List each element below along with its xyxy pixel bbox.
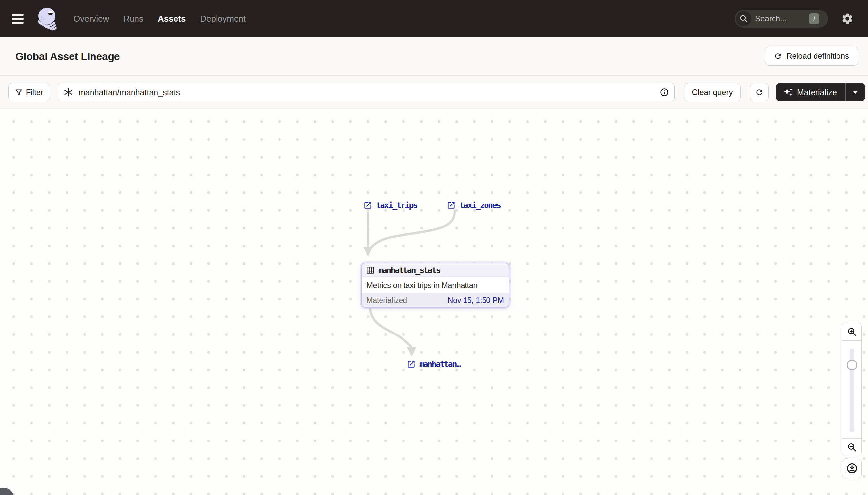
zoom-slider[interactable]: [843, 341, 862, 438]
materialize-label: Materialize: [797, 88, 837, 97]
asset-card-manhattan-stats[interactable]: manhattan_stats Metrics on taxi trips in…: [361, 262, 510, 308]
dagster-logo[interactable]: [36, 6, 59, 31]
asset-card-description: Metrics on taxi trips in Manhattan: [361, 277, 509, 293]
primary-nav: Overview Runs Assets Deployment: [73, 14, 246, 24]
filter-button[interactable]: Filter: [8, 83, 50, 101]
zoom-slider-handle[interactable]: [847, 360, 857, 370]
top-navbar: Overview Runs Assets Deployment /: [0, 0, 868, 37]
nav-item-runs[interactable]: Runs: [123, 14, 143, 24]
nav-item-assets[interactable]: Assets: [158, 14, 186, 24]
zoom-out-icon: [847, 443, 857, 452]
page-header: Global Asset Lineage Reload definitions: [0, 37, 868, 76]
search-shortcut-badge: /: [809, 14, 819, 24]
hamburger-menu-button[interactable]: [12, 12, 28, 25]
download-center-icon: [846, 462, 858, 474]
external-link-icon: [364, 201, 372, 210]
global-search[interactable]: /: [735, 10, 828, 28]
asset-node-taxi-zones[interactable]: taxi_zones: [447, 201, 501, 210]
sparkles-icon: [783, 87, 793, 97]
external-link-icon: [447, 201, 456, 210]
clear-query-label: Clear query: [692, 88, 732, 97]
table-icon: [366, 266, 375, 274]
materialized-status-label: Materialized: [367, 296, 407, 305]
materialize-split-button: Materialize: [776, 83, 865, 101]
zoom-controls-panel: [842, 323, 862, 456]
asset-node-label: taxi_trips: [376, 201, 417, 210]
reload-definitions-label: Reload definitions: [786, 52, 849, 61]
asset-graph-icon: [64, 88, 73, 97]
asset-card-title: manhattan_stats: [378, 266, 440, 275]
clear-query-button[interactable]: Clear query: [684, 83, 741, 101]
reload-definitions-button[interactable]: Reload definitions: [765, 47, 858, 66]
search-icon: [736, 11, 751, 26]
refresh-graph-button[interactable]: [750, 83, 768, 101]
filter-label: Filter: [26, 88, 43, 97]
center-view-button[interactable]: [842, 459, 862, 478]
nav-item-overview[interactable]: Overview: [73, 14, 109, 24]
materialized-timestamp-link[interactable]: Nov 15, 1:50 PM: [448, 296, 504, 305]
asset-node-label: taxi_zones: [459, 201, 501, 210]
asset-node-label: manhattan…: [419, 359, 461, 369]
refresh-icon: [755, 88, 764, 97]
settings-gear-icon[interactable]: [841, 13, 854, 25]
zoom-in-button[interactable]: [843, 323, 862, 341]
materialize-button[interactable]: Materialize: [776, 83, 845, 101]
search-input[interactable]: [755, 14, 804, 23]
asset-card-header: manhattan_stats: [361, 263, 509, 277]
asset-query-wrapper: [58, 83, 675, 101]
zoom-in-icon: [847, 327, 857, 337]
asset-selection-input[interactable]: [58, 83, 675, 101]
caret-down-icon: [852, 90, 858, 94]
query-info-icon[interactable]: [660, 88, 669, 97]
materialize-dropdown-button[interactable]: [845, 83, 865, 101]
page-title: Global Asset Lineage: [15, 51, 120, 63]
lineage-canvas[interactable]: taxi_trips taxi_zones manhattan_stats Me…: [0, 109, 868, 495]
lineage-toolbar: Filter Clear query: [0, 76, 868, 109]
asset-node-taxi-trips[interactable]: taxi_trips: [364, 201, 417, 210]
asset-card-footer: Materialized Nov 15, 1:50 PM: [361, 293, 509, 307]
asset-node-manhattan-downstream[interactable]: manhattan…: [407, 359, 461, 369]
external-link-icon: [407, 360, 415, 369]
reload-icon: [774, 52, 782, 61]
nav-item-deployment[interactable]: Deployment: [200, 14, 246, 24]
zoom-out-button[interactable]: [843, 438, 862, 456]
funnel-icon: [15, 88, 23, 96]
